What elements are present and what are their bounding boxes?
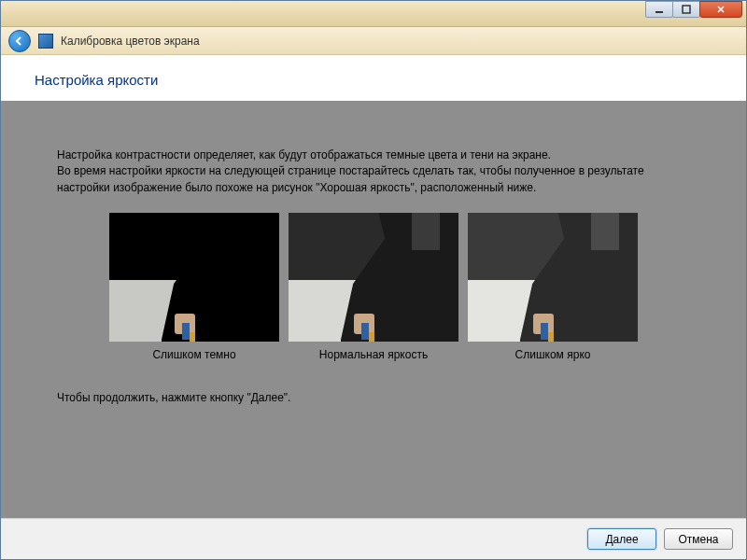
footer-bar: Далее Отмена [1,518,746,559]
example-image-bright: X [468,213,638,342]
svg-rect-0 [655,11,663,13]
titlebar [1,1,746,27]
window-title: Калибровка цветов экрана [61,35,200,48]
svg-rect-1 [683,6,690,13]
example-image-normal: X [289,213,458,342]
continue-instruction: Чтобы продолжить, нажмите кнопку "Далее"… [48,390,699,406]
cancel-button[interactable]: Отмена [664,528,733,550]
example-normal: X Нормальная яркость [289,213,458,363]
back-button[interactable] [8,30,31,52]
instruction-panel: Настройка контрастности определяет, как … [1,101,746,518]
example-too-bright: X Слишком ярко [468,213,638,363]
brightness-examples: X Слишком темно X [48,213,699,363]
page-heading: Настройка яркости [1,55,746,101]
example-image-dark: X [109,213,279,342]
instruction-text: Настройка контрастности определяет, как … [48,147,699,196]
window-controls [646,1,742,18]
instruction-paragraph-1: Настройка контрастности определяет, как … [57,147,690,163]
wizard-window: Калибровка цветов экрана Настройка яркос… [0,0,747,560]
minimize-button[interactable] [645,1,673,18]
instruction-paragraph-2: Во время настройки яркости на следующей … [57,163,690,196]
navbar: Калибровка цветов экрана [1,27,746,55]
example-label-dark: Слишком темно [152,347,235,363]
content-area: Настройка яркости Настройка контрастност… [1,55,746,518]
app-icon [38,34,53,49]
example-label-bright: Слишком ярко [515,347,591,363]
example-too-dark: X Слишком темно [109,213,279,363]
arrow-left-icon [14,35,25,47]
close-button[interactable] [699,1,742,18]
maximize-button[interactable] [672,1,700,18]
example-label-normal: Нормальная яркость [319,347,428,363]
next-button[interactable]: Далее [587,528,656,550]
